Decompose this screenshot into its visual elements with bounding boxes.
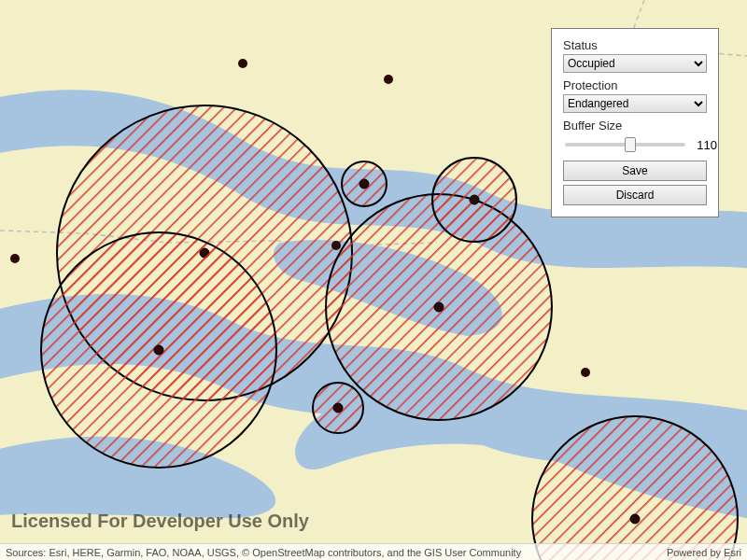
protection-label: Protection bbox=[563, 78, 707, 92]
protection-select[interactable]: EndangeredThreatenedNone bbox=[563, 94, 707, 113]
save-button[interactable]: Save bbox=[563, 161, 707, 181]
buffer-center bbox=[470, 195, 479, 204]
status-select[interactable]: OccupiedUnoccupied bbox=[563, 54, 707, 73]
map-point[interactable] bbox=[581, 368, 590, 377]
map-point[interactable] bbox=[10, 254, 20, 263]
attribution-sources: Sources: Esri, HERE, Garmin, FAO, NOAA, … bbox=[6, 547, 521, 558]
buffer-center bbox=[154, 345, 163, 355]
buffer-slider[interactable] bbox=[565, 136, 685, 153]
buffer-center bbox=[630, 514, 640, 524]
buffer-label: Buffer Size bbox=[563, 119, 707, 133]
buffer-center bbox=[434, 302, 444, 312]
status-label: Status bbox=[563, 38, 707, 52]
edit-panel: Status OccupiedUnoccupied Protection End… bbox=[551, 28, 719, 217]
buffer-center bbox=[333, 403, 343, 413]
buffer-center bbox=[359, 179, 369, 189]
map-point[interactable] bbox=[238, 59, 247, 68]
attribution-bar: Sources: Esri, HERE, Garmin, FAO, NOAA, … bbox=[0, 543, 747, 560]
license-watermark: Licensed For Developer Use Only bbox=[11, 511, 309, 532]
attribution-powered-by: Powered by Esri bbox=[667, 547, 741, 558]
map-point[interactable] bbox=[331, 241, 341, 250]
map-point[interactable] bbox=[384, 75, 393, 84]
discard-button[interactable]: Discard bbox=[563, 185, 707, 205]
buffer-value: 110 bbox=[693, 138, 717, 152]
